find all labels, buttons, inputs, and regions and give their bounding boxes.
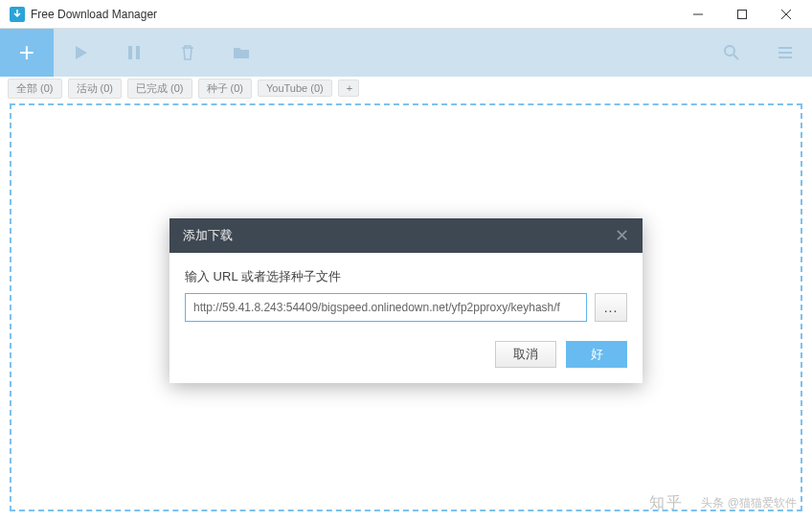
url-input[interactable] (185, 293, 587, 322)
add-download-dialog: 添加下载 ✕ 输入 URL 或者选择种子文件 ... 取消 好 (169, 218, 643, 383)
cancel-button[interactable]: 取消 (495, 341, 556, 368)
zhihu-watermark: 知乎 (649, 493, 684, 513)
url-label: 输入 URL 或者选择种子文件 (185, 268, 627, 285)
toutiao-watermark: 头条 @猫猫爱软件 (701, 495, 797, 511)
dialog-header: 添加下载 ✕ (169, 218, 643, 253)
modal-overlay: 添加下载 ✕ 输入 URL 或者选择种子文件 ... 取消 好 (0, 0, 812, 521)
browse-button[interactable]: ... (595, 293, 627, 322)
ok-button[interactable]: 好 (566, 341, 627, 368)
watermarks: 知乎 头条 @猫猫爱软件 (649, 493, 797, 513)
dialog-title: 添加下载 (183, 227, 233, 244)
dialog-close-icon[interactable]: ✕ (615, 225, 629, 246)
